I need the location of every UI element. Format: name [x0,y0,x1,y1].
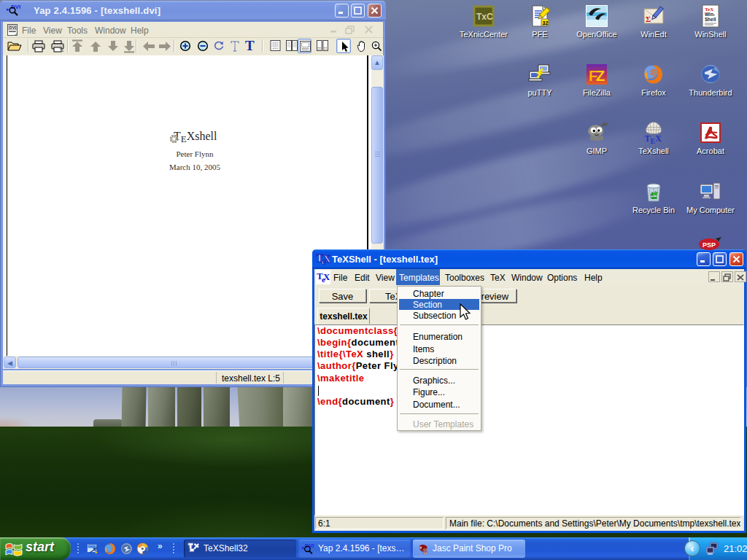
svg-text:8: 8 [423,548,427,556]
svg-text:32: 32 [543,20,549,26]
svg-text:Shell: Shell [705,17,716,22]
svg-text:X: X [323,271,330,282]
svg-text:DVI: DVI [9,26,16,30]
svg-text:Z: Z [596,68,605,84]
svg-text:Σ: Σ [646,15,651,23]
svg-text:Win-: Win- [705,12,715,17]
svg-text:TEX: TEX [645,133,662,144]
svg-text:TxC: TxC [476,12,493,22]
svg-text:X: X [323,253,330,265]
svg-text:PSP: PSP [703,241,716,249]
